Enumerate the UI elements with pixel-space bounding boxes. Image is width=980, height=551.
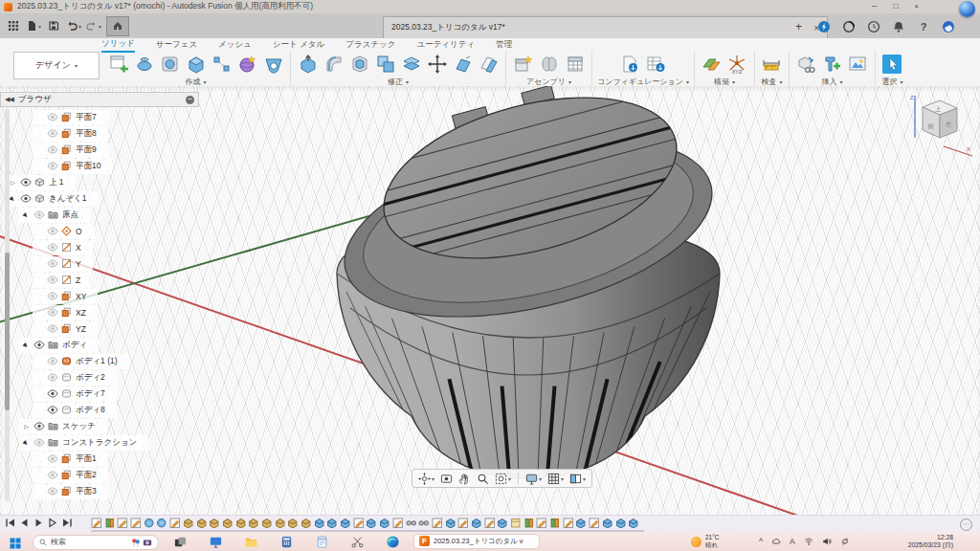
tray-chevron-icon[interactable]: ^ <box>759 537 763 546</box>
timeline-feature-sketch[interactable] <box>169 518 181 529</box>
look-at-nav-button[interactable] <box>438 471 455 486</box>
timeline-feature-sketch[interactable] <box>392 518 404 529</box>
browser-scrollbar-thumb[interactable] <box>5 253 10 410</box>
timeline-feature-box[interactable] <box>575 518 587 529</box>
extensions-icon[interactable] <box>841 20 856 34</box>
profile-icon[interactable] <box>941 20 955 34</box>
timeline-skip-end-button[interactable] <box>62 518 73 528</box>
combine-tool-button[interactable] <box>373 52 397 76</box>
tree-item-10[interactable]: Z <box>0 272 199 288</box>
timeline-step-forward-button[interactable] <box>48 518 58 528</box>
tree-item-11[interactable]: XY <box>0 288 199 304</box>
tray-ime-icon[interactable]: A <box>790 537 795 546</box>
visibility-eye-off-icon[interactable] <box>45 471 59 479</box>
visibility-eye-off-icon[interactable] <box>45 308 59 317</box>
visibility-eye-off-icon[interactable] <box>32 438 46 447</box>
collapse-panel-icon[interactable]: ◀◀ <box>5 96 13 103</box>
timeline-feature-box[interactable] <box>628 518 639 529</box>
timeline-feature-extrude[interactable] <box>183 518 194 529</box>
browser-scrollbar[interactable] <box>5 109 10 501</box>
document-tab[interactable]: 2025.03.23_トリコのタル v17* × <box>383 16 828 38</box>
grid-nav-button[interactable]: ▾ <box>546 471 566 486</box>
revolve-tool-button[interactable] <box>132 52 156 76</box>
timeline-feature-box[interactable] <box>471 518 482 529</box>
search-highlight-icons[interactable] <box>131 538 152 547</box>
viewcube-right-face-label[interactable]: 右 <box>946 121 952 128</box>
tray-sync-icon[interactable] <box>840 537 850 546</box>
orbit-nav-button[interactable]: ▾ <box>416 471 436 486</box>
derive-tool-button[interactable] <box>794 52 818 76</box>
display-nav-button[interactable]: ▾ <box>523 471 544 486</box>
taskbar-task-view-button[interactable] <box>172 534 188 549</box>
tree-item-3[interactable]: 平面10 <box>0 158 199 174</box>
timeline-feature-extrude[interactable] <box>248 518 259 529</box>
qat-save-button[interactable] <box>46 17 61 35</box>
cylinder-tool-button[interactable] <box>158 52 182 76</box>
timeline-feature-revolve[interactable] <box>156 518 167 529</box>
timeline-feature-sketch[interactable] <box>457 518 469 529</box>
tree-item-14[interactable]: ▶ボディ <box>0 337 199 353</box>
timeline-feature-box[interactable] <box>602 518 613 529</box>
notifications-icon[interactable] <box>891 20 905 34</box>
tree-item-5[interactable]: ▶きんぞく1 <box>0 190 199 207</box>
design-menu-button[interactable]: デザイン▾ <box>13 52 100 79</box>
tree-item-8[interactable]: X <box>0 239 199 255</box>
taskbar-calculator-button[interactable] <box>278 534 294 549</box>
timeline-feature-extrude[interactable] <box>301 518 312 529</box>
fillet-tool-button[interactable] <box>322 52 345 76</box>
timeline-feature-sketch[interactable] <box>130 518 142 529</box>
tree-item-1[interactable]: 平面8 <box>0 125 199 142</box>
sketch-create-tool-button[interactable] <box>106 52 130 76</box>
tree-item-20[interactable]: ▶コンストラクション <box>0 434 199 451</box>
tree-item-19[interactable]: ▷スケッチ <box>0 418 199 434</box>
browser-panel-header[interactable]: ◀◀ ブラウザ − <box>0 92 199 107</box>
help-icon[interactable]: ? <box>916 20 930 34</box>
press-pull-tool-button[interactable] <box>296 52 320 76</box>
visibility-eye-on-icon[interactable] <box>32 341 46 349</box>
timeline-feature-box[interactable] <box>366 518 377 529</box>
taskbar-explorer-button[interactable] <box>243 534 258 549</box>
offset-face-tool-button[interactable] <box>451 52 475 76</box>
timeline-skip-start-button[interactable] <box>5 518 15 528</box>
timeline-feature-extrude[interactable] <box>261 518 273 529</box>
tree-item-16[interactable]: ボディ2 <box>0 369 199 386</box>
expanded-arrow-icon[interactable]: ▶ <box>20 339 33 351</box>
visibility-eye-off-icon[interactable] <box>45 373 59 382</box>
search-input[interactable]: 検索 <box>33 535 159 550</box>
job-status-icon[interactable] <box>816 20 831 34</box>
fit-nav-button[interactable]: ▾ <box>493 471 513 486</box>
viewport-3d[interactable]: Z X 上 前 右 ◀◀ ブラウザ − 平面7平面8平面9平面10▷上 1▶きん… <box>0 86 980 515</box>
tree-item-6[interactable]: ▶原点 <box>0 207 199 223</box>
split-tool-button[interactable] <box>399 52 423 76</box>
tree-item-22[interactable]: 平面2 <box>0 467 199 483</box>
timeline-feature-box[interactable] <box>314 518 325 529</box>
bolt-tool-button[interactable] <box>820 52 844 76</box>
visibility-eye-on-icon[interactable] <box>32 422 46 430</box>
timeline-feature-sketch[interactable] <box>432 518 443 529</box>
expanded-arrow-icon[interactable]: ▶ <box>20 209 33 221</box>
visibility-eye-off-icon[interactable] <box>45 243 59 252</box>
timeline-feature-extrude[interactable] <box>209 518 220 529</box>
bom-tool-button[interactable] <box>563 52 587 76</box>
canvas-tool-button[interactable] <box>846 52 870 76</box>
visibility-eye-on-icon[interactable] <box>18 194 33 203</box>
replace-face-tool-button[interactable] <box>477 52 501 76</box>
qat-file-button[interactable]: ▾ <box>26 17 41 35</box>
tree-item-13[interactable]: YZ <box>0 320 199 337</box>
tree-item-2[interactable]: 平面9 <box>0 142 199 158</box>
visibility-eye-off-icon[interactable] <box>45 162 59 170</box>
construct-plane-tool-button[interactable] <box>700 52 724 76</box>
viewcube-front-face-label[interactable]: 前 <box>927 122 934 129</box>
web-tool-button[interactable] <box>261 52 285 76</box>
visibility-eye-on-icon[interactable] <box>18 178 33 187</box>
timeline-options-icon[interactable]: ⋯ <box>960 518 972 531</box>
start-button[interactable] <box>10 536 21 547</box>
floating-widget-icon[interactable] <box>959 1 975 17</box>
visibility-eye-off-icon[interactable] <box>32 210 46 219</box>
visibility-eye-off-icon[interactable] <box>45 113 59 121</box>
shell-tool-button[interactable] <box>347 52 371 76</box>
window-close-button[interactable]: × <box>914 0 919 13</box>
tree-item-21[interactable]: 平面1 <box>0 451 199 467</box>
timeline-feature-box[interactable] <box>615 518 627 529</box>
pan-nav-button[interactable] <box>457 471 473 486</box>
